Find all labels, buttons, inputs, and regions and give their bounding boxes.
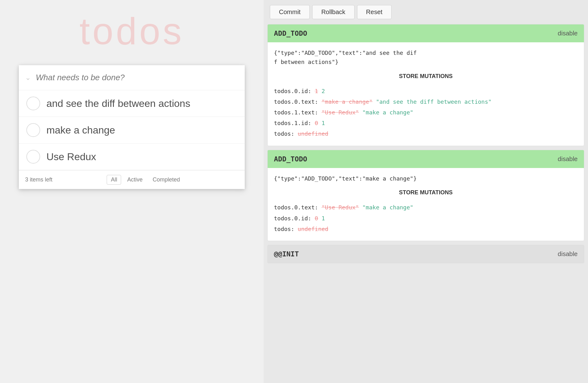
todo-app: ⌄ and see the diff between actions make … xyxy=(19,65,245,189)
action-header-3: @@INIT disable xyxy=(268,245,584,263)
old-value: 0 xyxy=(315,120,318,126)
disable-link-3[interactable]: disable xyxy=(558,250,578,258)
mutation-line: todos.0.text: "make a change" "and see t… xyxy=(274,97,578,107)
list-item: make a change xyxy=(19,117,245,144)
filter-active-button[interactable]: Active xyxy=(123,175,147,185)
mutations-title-1: STORE MUTATIONS xyxy=(274,73,578,82)
filter-completed-button[interactable]: Completed xyxy=(149,175,184,185)
todo-text-1: and see the diff between actions xyxy=(46,98,190,109)
mutation-line: todos: undefined xyxy=(274,129,578,139)
old-value: "make a change" xyxy=(322,98,373,105)
list-item: Use Redux xyxy=(19,144,245,170)
old-value: 0 xyxy=(315,215,318,222)
rollback-button[interactable]: Rollback xyxy=(312,5,355,19)
todo-text-3: Use Redux xyxy=(46,151,96,163)
mutation-line: todos.0.id: 1 2 xyxy=(274,86,578,97)
action-card-2: ADD_TODO disable {"type":"ADD_TODO","tex… xyxy=(267,150,584,241)
reset-button[interactable]: Reset xyxy=(357,5,392,19)
mutation-line: todos.0.id: 0 1 xyxy=(274,213,578,224)
todo-checkbox-1[interactable] xyxy=(26,97,40,110)
mutation-line: todos.0.text: "Use Redux" "make a change… xyxy=(274,202,578,213)
filter-all-button[interactable]: All xyxy=(107,175,121,185)
todo-text-2: make a change xyxy=(46,124,115,136)
action-header-1: ADD_TODO disable xyxy=(268,24,584,42)
new-value: 2 xyxy=(322,88,325,94)
mutations-title-2: STORE MUTATIONS xyxy=(274,189,578,198)
mutations-section-1: STORE MUTATIONS todos.0.id: 1 2 todos.0.… xyxy=(268,70,584,146)
old-value: "Use Redux" xyxy=(322,109,359,116)
disable-link-1[interactable]: disable xyxy=(558,30,578,37)
todo-footer: 3 items left All Active Completed xyxy=(19,170,245,189)
items-left: 3 items left xyxy=(25,176,52,183)
toolbar: Commit Rollback Reset xyxy=(264,0,588,24)
filter-buttons: All Active Completed xyxy=(107,175,184,185)
old-value: 1 xyxy=(315,88,318,94)
chevron-down-icon[interactable]: ⌄ xyxy=(25,74,31,82)
action-card-3: @@INIT disable xyxy=(267,245,584,263)
todo-checkbox-2[interactable] xyxy=(26,123,40,137)
action-payload-1: {"type":"ADD_TODO","text":"and see the d… xyxy=(268,42,584,70)
mutation-line: todos.1.text: "Use Redux" "make a change… xyxy=(274,107,578,118)
new-value: "make a change" xyxy=(362,109,414,116)
action-card-1: ADD_TODO disable {"type":"ADD_TODO","tex… xyxy=(267,24,584,146)
action-payload-2: {"type":"ADD_TODO","text":"make a change… xyxy=(268,168,584,186)
new-value: 1 xyxy=(322,215,325,222)
todo-input-row: ⌄ xyxy=(19,65,245,90)
mutation-line: todos: undefined xyxy=(274,224,578,234)
commit-button[interactable]: Commit xyxy=(270,5,310,19)
action-type-2: ADD_TODO xyxy=(274,155,307,163)
app-title: todos xyxy=(79,9,184,53)
action-header-2: ADD_TODO disable xyxy=(268,150,584,168)
todo-input[interactable] xyxy=(36,73,238,82)
right-panel: Commit Rollback Reset ADD_TODO disable {… xyxy=(264,0,588,383)
new-value: "make a change" xyxy=(362,204,414,211)
new-value: "and see the diff between actions" xyxy=(376,98,491,105)
action-type-3: @@INIT xyxy=(274,250,299,258)
old-value: "Use Redux" xyxy=(322,204,359,211)
mutation-line: todos.1.id: 0 1 xyxy=(274,118,578,129)
left-panel: todos ⌄ and see the diff between actions… xyxy=(0,0,264,383)
list-item: and see the diff between actions xyxy=(19,90,245,117)
disable-link-2[interactable]: disable xyxy=(558,155,578,163)
todo-list: and see the diff between actions make a … xyxy=(19,90,245,170)
todo-checkbox-3[interactable] xyxy=(26,150,40,164)
mutations-section-2: STORE MUTATIONS todos.0.text: "Use Redux… xyxy=(268,186,584,241)
old-value: undefined xyxy=(298,130,329,137)
action-type-1: ADD_TODO xyxy=(274,29,307,37)
old-value: undefined xyxy=(298,226,329,232)
new-value: 1 xyxy=(322,120,325,126)
